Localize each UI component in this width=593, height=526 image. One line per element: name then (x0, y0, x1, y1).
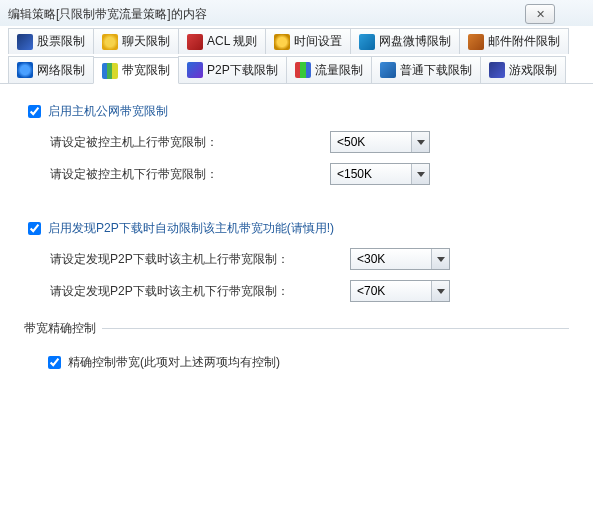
host-down-select[interactable]: <150K (330, 163, 430, 185)
p2p-icon (187, 62, 203, 78)
p2p-up-label: 请设定发现P2P下载时该主机上行带宽限制： (50, 251, 350, 268)
tab-game[interactable]: 游戏限制 (480, 56, 566, 83)
enable-host-bandwidth-label: 启用主机公网带宽限制 (48, 103, 168, 120)
window-title: 编辑策略[只限制带宽流量策略]的内容 (8, 6, 525, 23)
titlebar: 编辑策略[只限制带宽流量策略]的内容 ✕ (0, 0, 593, 26)
host-up-label: 请设定被控主机上行带宽限制： (50, 134, 330, 151)
host-up-select[interactable]: <50K (330, 131, 430, 153)
chevron-down-icon (431, 281, 449, 301)
tab-mail[interactable]: 邮件附件限制 (459, 28, 569, 54)
tab-label: 网络限制 (37, 62, 85, 79)
p2p-down-value: <70K (357, 284, 385, 298)
clock-icon (274, 34, 290, 50)
enable-host-bandwidth-row: 启用主机公网带宽限制 (24, 102, 569, 121)
bandwidth-icon (102, 63, 118, 79)
enable-p2p-auto-label: 启用发现P2P下载时自动限制该主机带宽功能(请慎用!) (48, 220, 334, 237)
tab-p2p[interactable]: P2P下载限制 (178, 56, 287, 83)
chevron-down-icon (431, 249, 449, 269)
tab-time[interactable]: 时间设置 (265, 28, 351, 54)
chevron-down-icon (411, 164, 429, 184)
host-up-value: <50K (337, 135, 365, 149)
tab-netdisk[interactable]: 网盘微博限制 (350, 28, 460, 54)
ie-icon (17, 62, 33, 78)
tab-label: 股票限制 (37, 33, 85, 50)
tab-panel-bandwidth: 启用主机公网带宽限制 请设定被控主机上行带宽限制： <50K 请设定被控主机下行… (0, 84, 593, 526)
tab-label: P2P下载限制 (207, 62, 278, 79)
tab-traffic[interactable]: 流量限制 (286, 56, 372, 83)
tab-label: 流量限制 (315, 62, 363, 79)
p2p-down-label: 请设定发现P2P下载时该主机下行带宽限制： (50, 283, 350, 300)
mail-icon (468, 34, 484, 50)
traffic-icon (295, 62, 311, 78)
tab-label: 时间设置 (294, 33, 342, 50)
p2p-down-select[interactable]: <70K (350, 280, 450, 302)
precise-control-group: 带宽精确控制 精确控制带宽(此项对上述两项均有控制) (24, 320, 569, 382)
tab-strip: 股票限制 聊天限制 ACL 规则 时间设置 网盘微博限制 邮件附件限制 网络限制… (0, 26, 593, 84)
tab-label: 带宽限制 (122, 62, 170, 79)
tab-stocks[interactable]: 股票限制 (8, 28, 94, 54)
tab-label: 普通下载限制 (400, 62, 472, 79)
enable-p2p-auto-row: 启用发现P2P下载时自动限制该主机带宽功能(请慎用!) (24, 219, 569, 238)
close-icon: ✕ (536, 8, 545, 21)
chat-icon (102, 34, 118, 50)
chevron-down-icon (411, 132, 429, 152)
p2p-up-select[interactable]: <30K (350, 248, 450, 270)
tab-chat[interactable]: 聊天限制 (93, 28, 179, 54)
tab-label: 聊天限制 (122, 33, 170, 50)
host-down-label: 请设定被控主机下行带宽限制： (50, 166, 330, 183)
tab-bandwidth[interactable]: 带宽限制 (93, 57, 179, 84)
tab-label: 游戏限制 (509, 62, 557, 79)
download-icon (380, 62, 396, 78)
p2p-up-value: <30K (357, 252, 385, 266)
precise-control-label: 精确控制带宽(此项对上述两项均有控制) (68, 354, 280, 371)
host-down-value: <150K (337, 167, 372, 181)
enable-host-bandwidth-checkbox[interactable] (28, 105, 41, 118)
game-icon (489, 62, 505, 78)
close-button[interactable]: ✕ (525, 4, 555, 24)
precise-control-checkbox[interactable] (48, 356, 61, 369)
globe-icon (359, 34, 375, 50)
acl-icon (187, 34, 203, 50)
tab-acl[interactable]: ACL 规则 (178, 28, 266, 54)
tab-download[interactable]: 普通下载限制 (371, 56, 481, 83)
tab-label: ACL 规则 (207, 33, 257, 50)
enable-p2p-auto-checkbox[interactable] (28, 222, 41, 235)
precise-control-legend: 带宽精确控制 (24, 320, 102, 337)
tab-label: 网盘微博限制 (379, 33, 451, 50)
tab-network[interactable]: 网络限制 (8, 56, 94, 83)
stocks-icon (17, 34, 33, 50)
tab-label: 邮件附件限制 (488, 33, 560, 50)
